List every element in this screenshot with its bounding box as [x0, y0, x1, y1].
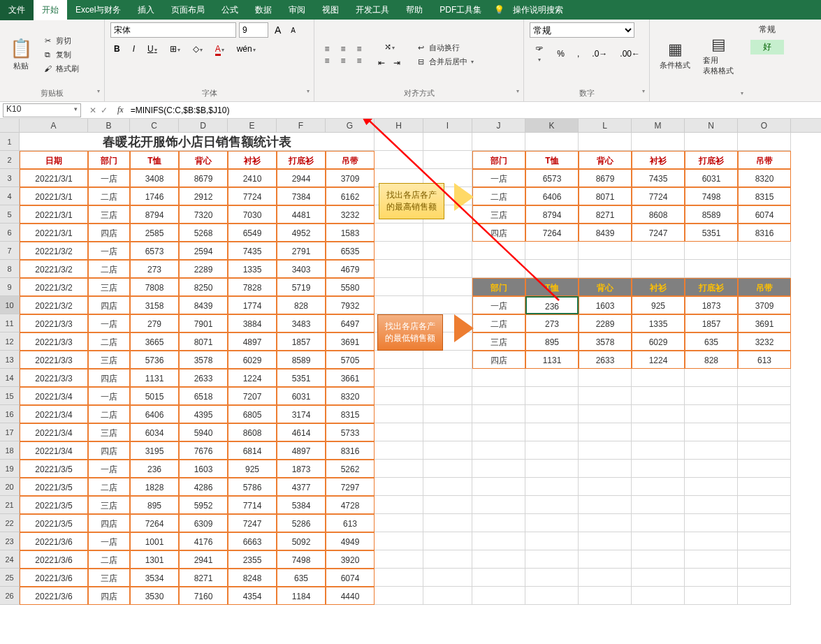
cell[interactable]: [579, 587, 632, 605]
cell[interactable]: 2594: [179, 242, 228, 260]
cell[interactable]: 3578: [579, 332, 632, 351]
cell[interactable]: 8071: [579, 187, 632, 205]
cell[interactable]: 279: [130, 314, 179, 332]
cell[interactable]: [525, 369, 579, 387]
tab-review[interactable]: 审阅: [280, 0, 314, 20]
cell[interactable]: 一店: [472, 169, 525, 187]
cell[interactable]: 2941: [179, 550, 228, 569]
cell[interactable]: [685, 405, 738, 423]
cell[interactable]: 273: [525, 314, 579, 332]
cell[interactable]: [632, 387, 685, 405]
cell[interactable]: 5384: [277, 496, 326, 514]
cell[interactable]: [375, 242, 423, 260]
cell[interactable]: 3232: [326, 205, 375, 224]
cell[interactable]: 6162: [326, 187, 375, 205]
cell[interactable]: [423, 496, 472, 514]
cell[interactable]: [738, 532, 791, 550]
cell[interactable]: [423, 460, 472, 478]
cell[interactable]: 3709: [738, 296, 791, 314]
cell[interactable]: 7297: [326, 478, 375, 496]
cell[interactable]: 吊带: [738, 278, 791, 296]
cell[interactable]: [375, 532, 423, 550]
select-all-corner[interactable]: [0, 119, 20, 132]
cell[interactable]: 6031: [277, 387, 326, 405]
cell[interactable]: [632, 441, 685, 460]
cell[interactable]: 20221/3/1: [20, 205, 88, 224]
row-header[interactable]: 25: [0, 569, 20, 587]
cell[interactable]: [525, 514, 579, 532]
cell[interactable]: 5733: [326, 423, 375, 441]
cell[interactable]: 925: [228, 460, 277, 478]
row-header[interactable]: 18: [0, 441, 20, 460]
cell[interactable]: 20221/3/3: [20, 351, 88, 369]
cell[interactable]: 2791: [277, 242, 326, 260]
cell[interactable]: 6518: [179, 387, 228, 405]
cell[interactable]: 四店: [88, 224, 130, 242]
cell[interactable]: 828: [277, 296, 326, 314]
accept-formula-button[interactable]: ✓: [101, 105, 108, 115]
row-header[interactable]: 14: [0, 369, 20, 387]
cell[interactable]: 8589: [277, 351, 326, 369]
cell[interactable]: [472, 478, 525, 496]
cell[interactable]: 三店: [88, 423, 130, 441]
cell[interactable]: 20221/3/6: [20, 532, 88, 550]
cell[interactable]: [375, 151, 423, 169]
cell[interactable]: 5351: [685, 224, 738, 242]
cell[interactable]: [423, 387, 472, 405]
cell[interactable]: 20221/3/6: [20, 587, 88, 605]
cell[interactable]: 部门: [472, 278, 525, 296]
cell[interactable]: 3408: [130, 169, 179, 187]
cell[interactable]: 1603: [579, 296, 632, 314]
cell[interactable]: 1873: [685, 296, 738, 314]
cell[interactable]: 5786: [228, 478, 277, 496]
cell[interactable]: [423, 133, 472, 151]
cell[interactable]: 7435: [632, 169, 685, 187]
cell[interactable]: 273: [130, 260, 179, 278]
cell[interactable]: [525, 423, 579, 441]
cell[interactable]: 打底衫: [685, 278, 738, 296]
cell[interactable]: 背心: [579, 151, 632, 169]
cell[interactable]: 1224: [632, 351, 685, 369]
cell[interactable]: [685, 569, 738, 587]
cell[interactable]: [685, 460, 738, 478]
cell[interactable]: 7498: [277, 550, 326, 569]
cell[interactable]: [685, 441, 738, 460]
cell[interactable]: [632, 569, 685, 587]
cell[interactable]: [472, 460, 525, 478]
cell[interactable]: [738, 496, 791, 514]
cell[interactable]: [738, 441, 791, 460]
cell[interactable]: 1828: [130, 478, 179, 496]
cell[interactable]: 四店: [88, 587, 130, 605]
cell[interactable]: [423, 260, 472, 278]
cell[interactable]: [632, 369, 685, 387]
cell[interactable]: [738, 550, 791, 569]
col-header-F[interactable]: F: [277, 119, 326, 132]
cell[interactable]: 20221/3/5: [20, 514, 88, 532]
cell[interactable]: [423, 224, 472, 242]
font-color-button[interactable]: A▾: [212, 42, 228, 56]
cell[interactable]: 6029: [228, 351, 277, 369]
cell[interactable]: [472, 242, 525, 260]
cell[interactable]: 4952: [277, 224, 326, 242]
cell[interactable]: [525, 133, 579, 151]
cell[interactable]: 7160: [179, 587, 228, 605]
cell[interactable]: 4377: [277, 478, 326, 496]
cell[interactable]: [632, 133, 685, 151]
cell[interactable]: 3174: [277, 405, 326, 423]
font-size-select[interactable]: [239, 22, 268, 38]
cell[interactable]: 613: [738, 351, 791, 369]
cell[interactable]: [579, 569, 632, 587]
cell[interactable]: [685, 587, 738, 605]
cell[interactable]: 7714: [228, 496, 277, 514]
cell[interactable]: 1335: [228, 260, 277, 278]
name-box[interactable]: K10: [3, 103, 81, 117]
cell[interactable]: 20221/3/4: [20, 441, 88, 460]
cell[interactable]: 二店: [88, 405, 130, 423]
cell[interactable]: 4395: [179, 405, 228, 423]
cell[interactable]: 7676: [179, 441, 228, 460]
cell[interactable]: 1184: [277, 587, 326, 605]
cell[interactable]: [685, 423, 738, 441]
row-header[interactable]: 11: [0, 314, 20, 332]
cell[interactable]: 20221/3/6: [20, 550, 88, 569]
tab-formula[interactable]: 公式: [213, 0, 247, 20]
